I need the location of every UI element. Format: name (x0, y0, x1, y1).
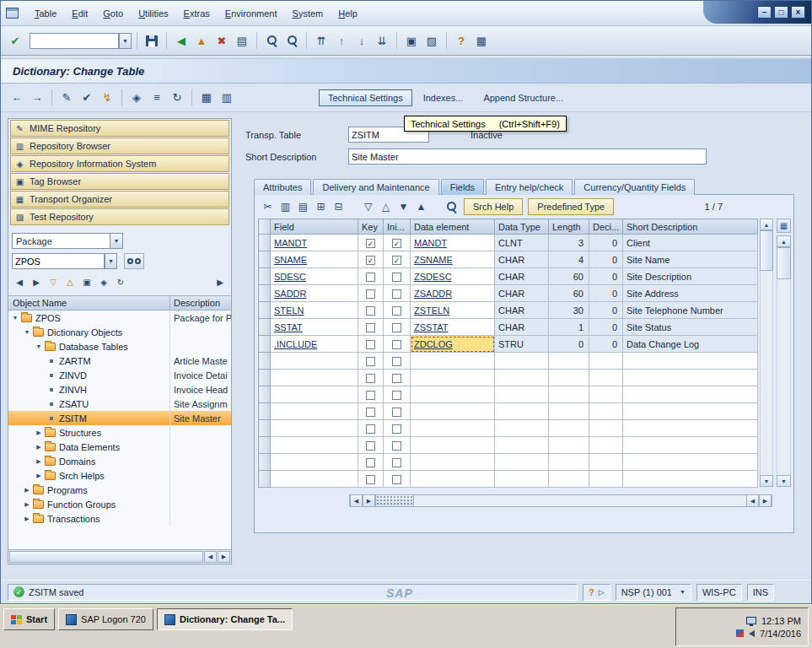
copy-icon[interactable]: ▥ (277, 199, 293, 214)
initial-checkbox[interactable]: ✓ (392, 256, 401, 265)
tree-item-transactions[interactable]: ▶ Transactions (8, 511, 231, 526)
check-table-icon[interactable]: ✔ (78, 89, 96, 107)
menu-edit[interactable]: Edit (64, 6, 95, 21)
tab-currency-quantity-fields[interactable]: Currency/Quantity Fields (574, 179, 695, 195)
tab-entry-help-check[interactable]: Entry help/check (486, 179, 573, 195)
row-selector[interactable] (259, 471, 271, 488)
display-change-icon[interactable]: ✎ (57, 89, 76, 107)
tree-item-srch-helps[interactable]: ▶ Srch Helps (8, 468, 231, 483)
sort-ascending-icon[interactable]: △ (378, 199, 394, 214)
exit-icon[interactable]: ▲ (192, 31, 211, 50)
nav-button-tag-browser[interactable]: ▣ Tag Browser (10, 173, 229, 190)
favorites-icon[interactable]: ▣ (79, 275, 94, 289)
tree-item-data-elements[interactable]: ▶ Data Elements (8, 440, 231, 454)
key-cell[interactable] (358, 471, 384, 488)
table-contents-icon[interactable]: ▥ (218, 89, 236, 107)
row-selector[interactable] (259, 336, 271, 353)
row-selector[interactable] (259, 251, 271, 268)
data-element-cell[interactable] (411, 353, 495, 370)
refresh-icon[interactable]: ↻ (168, 89, 186, 107)
key-cell[interactable] (358, 268, 384, 285)
initial-cell[interactable] (384, 353, 411, 370)
key-checkbox[interactable] (366, 424, 375, 434)
browse-type-select[interactable]: Package ▼ (12, 233, 123, 249)
data-element-cell[interactable] (411, 454, 495, 471)
column-data-type[interactable]: Data Type (495, 219, 549, 235)
cancel-icon[interactable]: ✖ (212, 31, 231, 50)
key-checkbox[interactable]: ✓ (366, 256, 375, 265)
history-forward-icon[interactable]: ▶ (29, 275, 44, 289)
field-cell[interactable]: STELN (271, 302, 358, 319)
data-element-cell[interactable]: ZSTELN (411, 302, 495, 319)
command-dropdown-icon[interactable]: ▼ (119, 33, 132, 49)
tree-item-structures[interactable]: ▶ Structures (8, 425, 231, 440)
scroll-down-icon[interactable]: ▼ (760, 475, 773, 487)
key-checkbox[interactable] (366, 391, 375, 400)
key-cell[interactable] (358, 386, 384, 403)
system-dropdown-icon[interactable]: ▼ (680, 589, 686, 595)
row-selector[interactable] (259, 302, 271, 319)
tree-item-domains[interactable]: ▶ Domains (8, 454, 231, 468)
initial-cell[interactable] (384, 437, 411, 454)
cut-icon[interactable]: ✂ (260, 199, 276, 214)
srch-help-button[interactable]: Srch Help (464, 198, 523, 215)
initial-checkbox[interactable] (392, 391, 401, 400)
tree-item-zinvd[interactable]: ZINVD Invoice Detai (8, 368, 231, 382)
key-checkbox[interactable] (366, 475, 375, 484)
where-used-icon[interactable]: ◈ (127, 89, 146, 107)
delete-row-icon[interactable]: ⊟ (331, 199, 347, 214)
initial-cell[interactable]: ✓ (384, 251, 411, 268)
tray-app-icon[interactable] (736, 629, 744, 637)
menu-system[interactable]: System (285, 6, 331, 21)
initial-checkbox[interactable] (392, 475, 401, 484)
insert-row-icon[interactable]: ⊞ (313, 199, 329, 214)
initial-cell[interactable] (384, 285, 411, 302)
tree-item-programs[interactable]: ▶ Programs (8, 483, 231, 497)
structure-icon[interactable]: ◈ (96, 275, 111, 289)
expand-icon[interactable]: ▶ (34, 458, 44, 465)
column-short-description[interactable]: Short Description (623, 219, 758, 235)
initial-cell[interactable] (384, 454, 411, 471)
column-field[interactable]: Field (271, 219, 358, 235)
field-cell[interactable] (271, 403, 358, 420)
database-utility-icon[interactable]: ▦ (197, 89, 216, 107)
indexes-button[interactable]: Indexes... (414, 89, 473, 106)
display-settings-icon[interactable] (746, 617, 756, 624)
scroll-to-top-icon[interactable]: ▲ (413, 199, 429, 214)
data-element-cell[interactable]: ZSSTAT (411, 319, 495, 336)
first-page-icon[interactable]: ⇈ (312, 31, 331, 50)
field-cell[interactable] (271, 420, 358, 437)
data-element-cell[interactable]: ZSDESC (411, 268, 495, 285)
menu-utilities[interactable]: Utilities (131, 6, 175, 21)
paste-icon[interactable]: ▤ (295, 199, 311, 214)
next-page-icon[interactable]: ↓ (352, 31, 371, 50)
filter-icon[interactable]: ▽ (46, 275, 61, 289)
last-page-icon[interactable]: ⇊ (373, 31, 391, 50)
key-cell[interactable]: ✓ (358, 235, 384, 251)
initial-cell[interactable] (384, 370, 411, 386)
initial-cell[interactable] (384, 268, 411, 285)
tree-item-database-tables[interactable]: ▼ Database Tables (8, 339, 231, 354)
row-selector[interactable] (259, 319, 271, 336)
grid-horizontal-scrollbar[interactable]: ◀ ▶ ◀ ▶ (349, 494, 772, 507)
field-cell[interactable]: .INCLUDE (271, 336, 358, 353)
display-object-button[interactable] (124, 253, 144, 269)
data-element-cell-editing[interactable]: ZDCLOG (411, 336, 495, 353)
taskbar-button-sap-logon[interactable]: SAP Logon 720 (58, 608, 153, 630)
select-all-header[interactable] (259, 219, 271, 235)
scroll-down-icon[interactable]: ▼ (777, 475, 791, 487)
initial-checkbox[interactable] (392, 441, 401, 451)
command-input[interactable] (30, 33, 119, 49)
navigator-horizontal-scrollbar[interactable]: ◀ ▶ (8, 549, 231, 564)
key-checkbox[interactable] (366, 340, 375, 349)
initial-checkbox[interactable] (392, 289, 401, 299)
create-shortcut-icon[interactable]: ▨ (422, 31, 441, 50)
more-tools-icon[interactable]: ▶ (212, 275, 228, 289)
tree-item-function-groups[interactable]: ▶ Function Groups (8, 497, 231, 511)
scroll-up-icon[interactable]: ▲ (777, 235, 791, 247)
tree-item-zpos[interactable]: ▼ ZPOS Package for P (8, 310, 231, 325)
initial-checkbox[interactable] (392, 340, 401, 349)
initial-checkbox[interactable] (392, 273, 401, 282)
initial-checkbox[interactable] (392, 374, 401, 383)
row-selector[interactable] (259, 454, 271, 471)
